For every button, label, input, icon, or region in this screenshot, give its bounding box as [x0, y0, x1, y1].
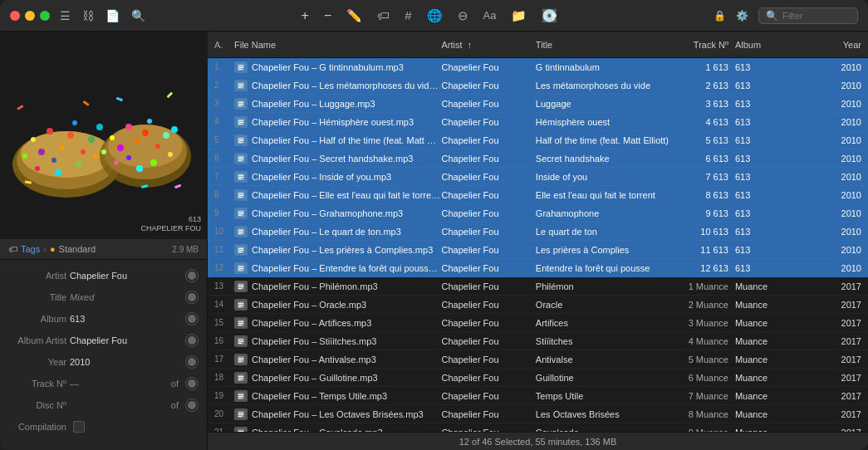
album-value[interactable]: 613: [70, 314, 182, 324]
svg-rect-86: [238, 250, 243, 251]
row-filename: Chapelier Fou – Philémon.mp3: [234, 281, 441, 292]
title-circle[interactable]: [185, 291, 199, 304]
file-icon: [234, 80, 248, 91]
edit-icon[interactable]: ✏️: [346, 8, 362, 23]
dash-icon[interactable]: ⊖: [458, 8, 468, 23]
table-row[interactable]: 16 Chapelier Fou – Stiïitches.mp3 Chapel…: [208, 332, 868, 350]
table-row[interactable]: 8 Chapelier Fou – Elle est l'eau qui fai…: [208, 186, 868, 204]
plus-icon[interactable]: +: [302, 8, 309, 23]
table-row[interactable]: 18 Chapelier Fou – Guillotine.mp3 Chapel…: [208, 369, 868, 387]
row-number: 15: [214, 318, 234, 327]
table-row[interactable]: 9 Chapelier Fou – Grahamophone.mp3 Chape…: [208, 204, 868, 223]
row-filename: Chapelier Fou – Les Octaves Brisées.mp3: [234, 408, 441, 420]
svg-rect-65: [238, 157, 243, 158]
tag-icon[interactable]: 🏷: [377, 8, 390, 22]
year-circle[interactable]: [185, 355, 199, 369]
row-album: Muance: [735, 373, 820, 383]
title-value[interactable]: Mixed: [70, 292, 182, 302]
svg-point-30: [142, 130, 149, 136]
table-row[interactable]: 13 Chapelier Fou – Philémon.mp3 Chapelie…: [208, 277, 868, 296]
col-filename-header[interactable]: File Name: [234, 40, 441, 50]
row-track: 1 Muance: [677, 281, 735, 291]
table-row[interactable]: 15 Chapelier Fou – Artifices.mp3 Chapeli…: [208, 314, 868, 332]
row-artist: Chapelier Fou: [441, 355, 535, 364]
svg-rect-107: [238, 343, 242, 344]
row-track: 4 613: [677, 117, 735, 127]
meta-artist: Artist Chapelier Fou: [0, 265, 207, 286]
table-row[interactable]: 20 Chapelier Fou – Les Octaves Brisées.m…: [208, 405, 868, 423]
hash-icon[interactable]: #: [405, 8, 411, 22]
svg-rect-82: [238, 232, 243, 232]
table-row[interactable]: 5 Chapelier Fou – Half of the time (feat…: [208, 131, 868, 149]
col-album-header[interactable]: Album: [735, 40, 820, 50]
album-circle[interactable]: [185, 312, 199, 325]
row-filename: Chapelier Fou – Le quart de ton.mp3: [234, 226, 441, 237]
table-row[interactable]: 2 Chapelier Fou – Les métamorphoses du v…: [208, 76, 868, 95]
track-value[interactable]: —: [70, 379, 164, 389]
table-row[interactable]: 14 Chapelier Fou – Oracle.mp3 Chapelier …: [208, 296, 868, 314]
svg-rect-101: [238, 321, 243, 322]
globe-icon[interactable]: 🌐: [427, 8, 443, 23]
svg-point-8: [72, 120, 77, 125]
track-circle[interactable]: [185, 377, 199, 390]
lock-icon[interactable]: 🔒: [714, 10, 726, 22]
file-icon: [234, 408, 248, 420]
row-number: 18: [214, 373, 234, 382]
year-value[interactable]: 2010: [70, 357, 182, 367]
svg-point-22: [125, 124, 132, 130]
search-icon[interactable]: 🔍: [131, 9, 145, 22]
svg-rect-99: [238, 306, 242, 307]
artist-value[interactable]: Chapelier Fou: [70, 271, 182, 281]
folder-icon[interactable]: 📁: [511, 8, 527, 23]
title-label: Title: [8, 292, 66, 302]
row-filename: Chapelier Fou – Guillotine.mp3: [234, 372, 441, 384]
text-icon[interactable]: Aa: [483, 9, 497, 22]
svg-rect-74: [238, 195, 243, 196]
table-row[interactable]: 1 Chapelier Fou – G tintinnabulum.mp3 Ch…: [208, 58, 868, 76]
table-row[interactable]: 19 Chapelier Fou – Temps Utile.mp3 Chape…: [208, 387, 868, 405]
row-track: 3 613: [677, 99, 735, 109]
compilation-checkbox[interactable]: [73, 421, 85, 433]
maximize-button[interactable]: [40, 11, 50, 21]
svg-point-23: [147, 119, 152, 124]
album-artist-value[interactable]: Chapelier Fou: [70, 335, 182, 345]
link-icon[interactable]: ⛓: [82, 9, 94, 22]
disc-circle[interactable]: [185, 399, 199, 412]
svg-rect-87: [238, 252, 242, 252]
row-year: 2010: [820, 154, 861, 164]
table-row[interactable]: 4 Chapelier Fou – Hémisphère ouest.mp3 C…: [208, 113, 868, 131]
tags-label[interactable]: Tags: [21, 244, 40, 254]
svg-rect-93: [238, 285, 243, 286]
close-button[interactable]: [10, 11, 20, 21]
col-track-header[interactable]: Track Nº: [677, 40, 735, 50]
row-artist: Chapelier Fou: [441, 190, 535, 200]
meta-track: Track Nº — of: [0, 373, 207, 394]
gear-icon[interactable]: ⚙️: [736, 10, 748, 22]
col-year-header[interactable]: Year: [820, 40, 861, 50]
table-row[interactable]: 3 Chapelier Fou – Luggage.mp3 Chapelier …: [208, 95, 868, 113]
col-artist-header[interactable]: Artist ↑: [441, 40, 535, 50]
filter-input[interactable]: [782, 11, 849, 21]
table-row[interactable]: 10 Chapelier Fou – Le quart de ton.mp3 C…: [208, 223, 868, 241]
file-icon[interactable]: 📄: [105, 9, 120, 22]
album-artist-circle[interactable]: [185, 334, 199, 347]
table-row[interactable]: 12 Chapelier Fou – Entendre la forêt qui…: [208, 259, 868, 277]
metadata-panel: Artist Chapelier Fou Title Mixed Album 6…: [0, 260, 207, 450]
table-row[interactable]: 21 Chapelier Fou – Cavalcade.mp3 Chapeli…: [208, 423, 868, 432]
minus-icon[interactable]: −: [324, 8, 331, 23]
status-text: 12 of 46 Selected, 55 minutes, 136 MB: [459, 437, 617, 447]
table-row[interactable]: 11 Chapelier Fou – Les prières à Complie…: [208, 241, 868, 259]
list-icon[interactable]: ☰: [60, 9, 71, 22]
table-row[interactable]: 6 Chapelier Fou – Secret handshake.mp3 C…: [208, 149, 868, 168]
minimize-button[interactable]: [25, 11, 35, 21]
table-row[interactable]: 17 Chapelier Fou – Antivalse.mp3 Chapeli…: [208, 350, 868, 369]
meta-title: Title Mixed: [0, 286, 207, 308]
drive-icon[interactable]: 💽: [542, 8, 557, 23]
svg-point-10: [60, 145, 65, 150]
table-row[interactable]: 7 Chapelier Fou – Inside of you.mp3 Chap…: [208, 168, 868, 186]
row-number: 10: [214, 227, 234, 236]
row-number: 1: [214, 62, 234, 71]
row-filename: Chapelier Fou – Antivalse.mp3: [234, 354, 441, 365]
artist-circle[interactable]: [185, 269, 199, 282]
col-title-header[interactable]: Title: [536, 40, 677, 50]
